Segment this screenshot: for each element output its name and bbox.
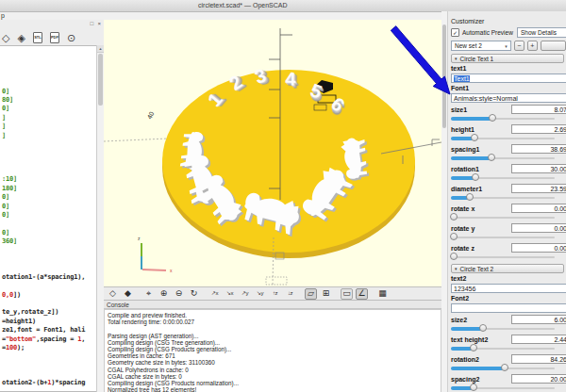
slider-knob[interactable]: [489, 114, 496, 122]
view-back-icon[interactable]: ↓z: [284, 288, 296, 300]
param-slider-rotation2[interactable]: [451, 365, 555, 372]
slider-knob[interactable]: [466, 193, 474, 201]
editor-scrollbar[interactable]: ▲: [96, 45, 104, 392]
param-slider-spacing2[interactable]: [451, 384, 555, 392]
param-value-rotate-x[interactable]: 0.00: [511, 204, 566, 213]
show-details-label: Show Details: [521, 29, 557, 36]
editor-code[interactable]: 0]80]0]]]] :10]180]0]0]0] 0]360] otation…: [0, 45, 97, 392]
param-value-rotation1[interactable]: 30.00: [511, 164, 566, 173]
param-slider-rotate-z[interactable]: [451, 253, 555, 261]
param-input-font2[interactable]: [451, 303, 566, 313]
scale-markers-icon[interactable]: ▦: [376, 288, 389, 300]
customizer-content: Customizer ✓ Automatic Preview Show Deta…: [449, 11, 566, 392]
console-log[interactable]: Compile and preview finished.Total rende…: [104, 309, 441, 392]
section-header-circle-text-1[interactable]: ▾Circle Text 1: [451, 54, 564, 63]
zoom-out-icon[interactable]: ⊖: [173, 288, 185, 300]
slider-knob[interactable]: [450, 213, 458, 220]
code-line: 80]: [2, 96, 96, 105]
axis-x-label: x: [170, 268, 173, 273]
param-slider-text-height2[interactable]: [451, 345, 555, 352]
code-line: [2, 247, 96, 255]
param-slider-diameter1[interactable]: [451, 194, 555, 202]
slider-knob[interactable]: [501, 364, 508, 371]
menu-help-clipped[interactable]: p: [1, 12, 5, 19]
param-value-spacing2[interactable]: 20.00: [511, 374, 566, 384]
view-left-icon[interactable]: ↘y: [254, 288, 266, 300]
param-label-font2: Font2: [451, 295, 566, 302]
param-value-rotate-z[interactable]: 0.00: [511, 243, 566, 253]
measure-angle-icon[interactable]: ∠: [356, 288, 368, 300]
param-slider-size2[interactable]: [451, 325, 555, 333]
render-icon[interactable]: ◆: [122, 288, 134, 300]
editor-dock-header: □ ×: [0, 20, 104, 28]
scrollbar-thumb[interactable]: [98, 54, 103, 106]
preview-cube-icon[interactable]: ◇: [2, 33, 9, 43]
param-slider-size1[interactable]: [451, 115, 555, 122]
check-validity-icon[interactable]: ⊙: [67, 33, 75, 43]
customizer-title: Customizer: [451, 18, 566, 24]
slider-knob[interactable]: [470, 384, 477, 391]
param-slider-rotate-y[interactable]: [451, 234, 555, 241]
close-icon[interactable]: ×: [97, 21, 101, 26]
slider-fill: [451, 327, 483, 331]
render-preview-icon[interactable]: ◇: [107, 288, 119, 300]
slider-knob[interactable]: [472, 173, 479, 181]
render-cube-icon[interactable]: ◈: [17, 33, 25, 43]
param-value-height1[interactable]: 2.69: [511, 124, 566, 134]
param-value-size2[interactable]: 6.00: [511, 315, 566, 324]
view-front-icon[interactable]: ↑z: [269, 288, 281, 300]
zoom-in-icon[interactable]: ⊕: [158, 288, 170, 300]
param-label-text1: text1: [451, 65, 566, 73]
code-line: [2, 167, 96, 175]
param-row-rotate-x: rotate x0.00: [451, 204, 566, 213]
zoom-all-icon[interactable]: ⌖: [142, 288, 155, 300]
slider-knob[interactable]: [471, 134, 478, 141]
param-value-spacing1[interactable]: 38.69: [511, 144, 566, 154]
code-line: 0]: [2, 88, 96, 96]
slider-knob[interactable]: [450, 253, 458, 260]
section-header-circle-text-2[interactable]: ▾Circle Text 2: [451, 264, 564, 273]
preset-add-button[interactable]: +: [527, 41, 538, 51]
console-line: [108, 325, 441, 332]
param-slider-spacing1[interactable]: [451, 155, 555, 162]
param-row-spacing2: spacing220.00: [451, 374, 566, 384]
param-input-text1[interactable]: Text1: [451, 74, 566, 83]
param-slider-height1[interactable]: [451, 135, 555, 142]
reset-view-icon[interactable]: ↻: [188, 288, 200, 300]
measure-distance-icon[interactable]: ▭: [341, 288, 353, 300]
console-line: Total rendering time: 0:00:00.027: [108, 318, 441, 325]
code-line: [2, 158, 96, 167]
slider-track: [451, 217, 555, 219]
view-right-icon[interactable]: ↗x: [208, 288, 221, 300]
param-label-rotate-y: rotate y: [451, 225, 474, 232]
param-slider-rotation1[interactable]: [451, 174, 555, 182]
slider-knob[interactable]: [479, 324, 487, 332]
param-value-rotation2[interactable]: 84.26: [511, 354, 566, 364]
view-bottom-icon[interactable]: ↗y: [239, 288, 251, 300]
param-value-text-height2[interactable]: 2.44: [511, 335, 566, 344]
code-line: 180]: [2, 185, 96, 193]
slider-knob[interactable]: [470, 344, 477, 351]
slider-knob[interactable]: [488, 154, 495, 161]
param-input-text2[interactable]: 123456: [451, 284, 566, 293]
console-line: Geometries in cache: 671: [108, 352, 441, 359]
param-input-font1[interactable]: Animals:style=Normal: [451, 93, 566, 103]
param-label-rotation1: rotation1: [451, 166, 479, 172]
orthogonal-icon[interactable]: ⊞: [320, 288, 332, 300]
perspective-icon[interactable]: ▱: [305, 288, 317, 300]
param-value-diameter1[interactable]: 23.59: [511, 184, 566, 193]
slider-knob[interactable]: [450, 233, 458, 240]
view-top-icon[interactable]: ↘x: [224, 288, 236, 300]
param-value-size1[interactable]: 8.07: [511, 105, 566, 114]
export-stl-icon[interactable]: STL: [33, 32, 42, 43]
show-details-dropdown[interactable]: Show Details: [517, 27, 566, 38]
scroll-up-icon[interactable]: ▲: [97, 45, 104, 53]
console-title: Console: [104, 301, 441, 309]
preset-remove-button[interactable]: −: [514, 41, 524, 51]
preset-save-button[interactable]: [541, 41, 566, 51]
axes-indicator: z x: [138, 236, 173, 273]
param-slider-rotate-x[interactable]: [451, 214, 555, 221]
param-value-rotate-y[interactable]: 0.00: [511, 223, 566, 233]
undock-icon[interactable]: □: [90, 21, 93, 26]
export-pdf-icon[interactable]: PDF: [50, 32, 59, 43]
